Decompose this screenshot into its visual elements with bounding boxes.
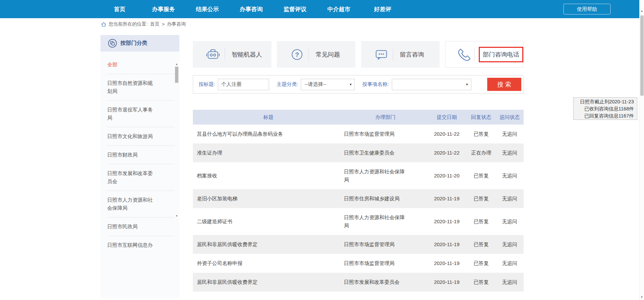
cell-title[interactable]: 莒县什么地方可以办理商品条形码业务 <box>193 125 344 143</box>
tab-智能机器人[interactable]: 智能机器人 <box>193 41 271 68</box>
col-header-title: 标题 <box>193 110 344 125</box>
table-row: 莒县什么地方可以办理商品条形码业务 日照市市场监督管理局 2020-11-22 … <box>193 125 524 143</box>
cell-follow-status: 无追问 <box>496 273 524 292</box>
help-button[interactable]: 使用帮助 <box>563 4 611 14</box>
cell-title[interactable]: 居民和非居民供暖收费界定 <box>193 235 344 254</box>
cell-follow-status: 无追问 <box>496 143 524 162</box>
search-button[interactable]: 搜 索 <box>487 78 521 91</box>
notice-line: 已回复咨询信息1167件 <box>574 112 634 120</box>
sidebar-item[interactable]: 日照市人力资源和社会保障局 <box>107 191 175 218</box>
cell-reply-status: 已答复 <box>467 235 496 254</box>
sidebar-item[interactable]: 日照市文化和旅游局 <box>107 127 175 146</box>
cell-date: 2020-11-19 <box>427 273 467 292</box>
scroll-down-icon[interactable]: ▼ <box>640 296 644 299</box>
table-row: 居民和非居民供暖收费界定 日照市发展和改革委员会 2020-11-19 已答复 … <box>193 273 524 292</box>
sidebar-item[interactable]: 日照市退役军人事务局 <box>107 101 175 127</box>
breadcrumb-separator: > <box>162 22 165 27</box>
cell-title[interactable]: 老旧小区加装电梯 <box>193 189 344 208</box>
category-select[interactable]: --请选择-- ▼ <box>301 79 355 90</box>
cell-reply-status: 已答复 <box>467 273 496 292</box>
cell-reply-status: 正在办理 <box>467 143 496 162</box>
tab-label-highlighted: 部门咨询电话 <box>479 47 523 62</box>
sidebar-item[interactable]: 日照市财政局 <box>107 146 175 164</box>
chevron-down-icon: ▼ <box>466 83 469 86</box>
notice-line: 日照市截止到2020-11-23 <box>574 98 634 105</box>
tab-divider <box>309 48 309 61</box>
sidebar-scroll-down-icon[interactable]: ▼ <box>174 214 179 218</box>
cell-reply-status: 已答复 <box>467 189 496 208</box>
table-row: 档案接收 日照市人力资源和社会保障局 2020-11-20 已答复 无追问 <box>193 162 524 189</box>
cell-department: 日照市发展和改革委员会 <box>344 273 427 292</box>
category-icon <box>108 39 117 48</box>
nav-item[interactable]: 办事咨询 <box>229 5 273 13</box>
table-row: 二级建造师证书 日照市人力资源和社会保障局 2020-11-19 已答复 无追问 <box>193 208 524 235</box>
tab-label: 常见问题 <box>316 51 340 59</box>
department-sidebar: 按部门分类 全部日照市自然资源和规划局日照市退役军人事务局日照市文化和旅游局日照… <box>100 35 179 299</box>
page: 首页办事服务结果公示办事咨询监督评议中介超市好差评 使用帮助 您当前所在的位置:… <box>0 0 644 300</box>
cell-date: 2020-11-19 <box>427 208 467 235</box>
top-navbar: 首页办事服务结果公示办事咨询监督评议中介超市好差评 使用帮助 <box>0 0 639 18</box>
nav-item[interactable]: 首页 <box>98 5 142 13</box>
tab-常见问题[interactable]: ? 常见问题 <box>277 41 355 68</box>
cell-follow-status: 无追问 <box>496 189 524 208</box>
scroll-up-icon[interactable]: ▲ <box>640 9 644 12</box>
cell-follow-status: 无追问 <box>496 125 524 143</box>
sidebar-scroll-up-icon[interactable]: ▲ <box>174 63 179 66</box>
tab-divider <box>474 48 475 61</box>
cell-follow-status: 无追问 <box>496 162 524 189</box>
cell-title[interactable]: 准生证办理 <box>193 143 344 162</box>
cell-department: 日照市市场监督管理局 <box>344 254 427 273</box>
tab-留言咨询[interactable]: 留言咨询 <box>361 41 440 68</box>
cell-reply-status: 已答复 <box>467 125 496 143</box>
col-header-reply-status: 回复状态 <box>467 110 496 125</box>
sidebar-item[interactable]: 全部 <box>107 56 175 74</box>
cell-department: 日照市人力资源和社会保障局 <box>344 162 427 189</box>
home-icon <box>101 22 106 27</box>
sidebar-item[interactable]: 日照市民政局 <box>107 218 175 236</box>
cell-title[interactable]: 二级建造师证书 <box>193 208 344 235</box>
notice-line: 已收到咨询信息1168件 <box>574 105 634 112</box>
col-header-date: 提交日期 <box>427 110 467 125</box>
title-filter-input[interactable] <box>218 79 269 90</box>
cell-department: 日照市市场监督管理局 <box>344 125 427 143</box>
breadcrumb-prefix: 您当前所在的位置: <box>109 21 148 27</box>
sidebar-item[interactable]: 日照市自然资源和规划局 <box>107 74 175 101</box>
table-header-row: 标题 办理部门 提交日期 回复状态 追问状态 <box>193 110 524 125</box>
tab-部门咨询电话[interactable]: 部门咨询电话 <box>445 41 524 68</box>
page-scrollbar-thumb[interactable] <box>640 15 644 96</box>
search-form: 按标题: 主题分类: --请选择-- ▼ 按事项名称: ▼ 搜 索 <box>193 75 524 94</box>
sidebar-scrollbar-thumb[interactable] <box>175 67 178 83</box>
cell-date: 2020-11-22 <box>427 143 467 162</box>
cell-department: 日照市住房和城乡建设局 <box>344 189 427 208</box>
cell-date: 2020-11-19 <box>427 189 467 208</box>
col-header-follow-status: 追问状态 <box>496 110 524 125</box>
sidebar-item[interactable]: 日照市互联网信息办 <box>107 236 175 254</box>
cell-title[interactable]: 居民和非居民供暖收费界定 <box>193 273 344 292</box>
cell-title[interactable]: 档案接收 <box>193 162 344 189</box>
nav-item[interactable]: 监督评议 <box>273 5 317 13</box>
tab-label: 智能机器人 <box>232 51 262 59</box>
sidebar-header: 按部门分类 <box>100 35 179 52</box>
table-row: 外资子公司名称申报 日照市市场监督管理局 2020-11-19 已答复 无追问 <box>193 254 524 273</box>
cell-department: 日照市卫生健康委员会 <box>344 143 427 162</box>
cell-follow-status: 无追问 <box>496 254 524 273</box>
nav-item[interactable]: 结果公示 <box>185 5 229 13</box>
item-name-select[interactable]: ▼ <box>392 79 471 90</box>
sidebar-item[interactable]: 日照市发展和改革委员会 <box>107 164 175 191</box>
nav-menu: 首页办事服务结果公示办事咨询监督评议中介超市好差评 <box>0 0 639 18</box>
breadcrumb-current: 办事咨询 <box>167 21 186 27</box>
sidebar-title: 按部门分类 <box>120 40 147 47</box>
page-scrollbar: ▲ ▼ <box>639 0 644 300</box>
message-icon <box>373 49 389 60</box>
phone-icon <box>458 48 471 61</box>
chevron-down-icon: ▼ <box>349 83 352 86</box>
cell-title[interactable]: 外资子公司名称申报 <box>193 254 344 273</box>
nav-item[interactable]: 好差评 <box>361 5 405 13</box>
consultation-table: 标题 办理部门 提交日期 回复状态 追问状态 莒县什么地方可以办理商品条形码业务… <box>193 110 524 292</box>
nav-item[interactable]: 办事服务 <box>142 5 185 13</box>
cell-department: 日照市人力资源和社会保障局 <box>344 208 427 235</box>
table-row: 老旧小区加装电梯 日照市住房和城乡建设局 2020-11-19 已答复 无追问 <box>193 189 524 208</box>
robot-icon <box>205 49 221 60</box>
breadcrumb-home-link[interactable]: 首页 <box>150 21 159 27</box>
nav-item[interactable]: 中介超市 <box>317 5 361 13</box>
